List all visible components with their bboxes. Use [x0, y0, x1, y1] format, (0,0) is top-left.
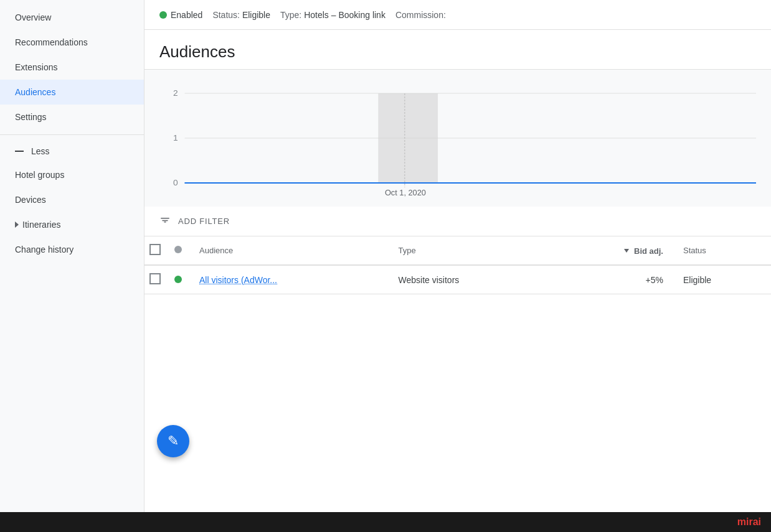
less-label: Less: [31, 146, 50, 156]
svg-rect-6: [378, 93, 438, 183]
sidebar-item-hotel-groups[interactable]: Hotel groups: [0, 162, 144, 187]
sidebar-item-label: Audiences: [15, 87, 55, 97]
row-bid-adj: +5%: [553, 265, 673, 294]
sidebar-item-audiences[interactable]: Audiences: [0, 80, 144, 105]
sidebar-item-recommendations[interactable]: Recommendations: [0, 30, 144, 55]
sidebar-item-label: Recommendations: [15, 37, 88, 47]
sidebar-item-label: Change history: [15, 245, 73, 254]
filter-bar: ADD FILTER: [144, 207, 771, 236]
sidebar-divider: [0, 134, 144, 135]
header-dot-cell: [169, 236, 189, 265]
sidebar-item-devices[interactable]: Devices: [0, 187, 144, 212]
sidebar-item-label: Settings: [15, 112, 47, 122]
chevron-right-icon: [15, 222, 19, 228]
header-status-dot: [174, 246, 182, 253]
enabled-dot: [159, 11, 167, 19]
filter-icon: [159, 214, 171, 228]
add-filter-button[interactable]: ADD FILTER: [178, 217, 230, 226]
sidebar-less-toggle[interactable]: Less: [0, 140, 144, 162]
type-label: Type: Hotels – Booking link: [280, 10, 386, 20]
sidebar-item-label: Extensions: [15, 62, 57, 72]
sidebar-item-change-history[interactable]: Change history: [0, 237, 144, 262]
sidebar: Overview Recommendations Extensions Audi…: [0, 0, 144, 512]
row-type: Website visitors: [389, 265, 553, 294]
main-content: Enabled Status: Eligible Type: Hotels – …: [144, 0, 771, 512]
page-header: Audiences: [144, 30, 771, 70]
row-status: Eligible: [673, 265, 771, 294]
header-checkbox[interactable]: [149, 244, 161, 255]
page-title: Audiences: [159, 42, 756, 62]
table-header-row: Audience Type Bid adj. Status: [144, 236, 771, 265]
svg-text:Oct 1, 2020: Oct 1, 2020: [385, 189, 426, 197]
status-label: Status: Eligible: [212, 10, 270, 20]
commission-label: Commission:: [395, 10, 446, 20]
sidebar-item-label: Itineraries: [22, 220, 60, 230]
status-bar: Enabled Status: Eligible Type: Hotels – …: [144, 0, 771, 30]
svg-text:0: 0: [173, 178, 178, 187]
header-bid-adj[interactable]: Bid adj.: [553, 236, 673, 265]
sort-arrow-icon: [624, 249, 629, 253]
sidebar-item-settings[interactable]: Settings: [0, 105, 144, 129]
sidebar-item-label: Overview: [15, 12, 51, 22]
row-audience-name[interactable]: All visitors (AdWor...: [189, 265, 389, 294]
sidebar-item-itineraries[interactable]: Itineraries: [0, 212, 144, 237]
brand-text-red: mirai: [737, 516, 761, 527]
row-status-dot: [174, 276, 182, 283]
sidebar-item-label: Hotel groups: [15, 170, 64, 180]
chart-svg: 2 1 0 Oct 1, 2020: [159, 85, 756, 197]
table-row: All visitors (AdWor... Website visitors …: [144, 265, 771, 294]
header-type[interactable]: Type: [389, 236, 553, 265]
brand-logo: mirai: [737, 516, 761, 528]
bottom-bar: mirai: [0, 512, 771, 532]
row-checkbox-cell: [144, 265, 169, 294]
header-audience[interactable]: Audience: [189, 236, 389, 265]
row-checkbox[interactable]: [149, 273, 161, 284]
header-status[interactable]: Status: [673, 236, 771, 265]
svg-text:1: 1: [173, 133, 178, 142]
sidebar-item-label: Devices: [15, 195, 46, 205]
chart-container: 2 1 0 Oct 1, 2020: [159, 85, 756, 197]
svg-text:2: 2: [173, 88, 178, 98]
edit-icon: ✎: [168, 434, 179, 448]
enabled-label: Enabled: [171, 10, 202, 20]
audiences-table: Audience Type Bid adj. Status: [144, 236, 771, 294]
header-checkbox-cell: [144, 236, 169, 265]
chart-area: 2 1 0 Oct 1, 2020: [144, 70, 771, 207]
row-dot-cell: [169, 265, 189, 294]
sidebar-item-overview[interactable]: Overview: [0, 5, 144, 30]
enabled-badge: Enabled: [159, 10, 202, 20]
fab-edit-button[interactable]: ✎: [157, 425, 189, 457]
dash-icon: [15, 151, 24, 152]
sidebar-item-extensions[interactable]: Extensions: [0, 55, 144, 80]
table-wrapper: Audience Type Bid adj. Status: [144, 236, 771, 512]
